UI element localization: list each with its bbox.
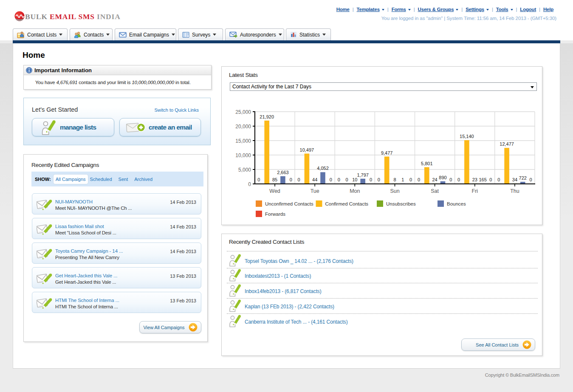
svg-text:0: 0 (290, 177, 292, 182)
svg-text:0: 0 (298, 177, 300, 182)
svg-text:5,801: 5,801 (421, 161, 433, 166)
svg-text:0: 0 (248, 181, 251, 187)
svg-text:85: 85 (272, 177, 277, 182)
svg-text:0: 0 (489, 177, 492, 182)
svg-text:15,000: 15,000 (235, 138, 251, 144)
svg-text:1,797: 1,797 (357, 172, 369, 178)
svg-text:15,140: 15,140 (460, 134, 474, 139)
svg-text:722: 722 (519, 175, 527, 180)
svg-text:12,477: 12,477 (500, 141, 514, 147)
svg-text:34: 34 (512, 177, 517, 182)
svg-text:0: 0 (497, 177, 500, 182)
svg-text:25,000: 25,000 (235, 109, 251, 115)
svg-text:Unconfirmed Contacts: Unconfirmed Contacts (265, 201, 313, 206)
svg-text:Mon: Mon (350, 188, 360, 194)
svg-text:Sat: Sat (431, 188, 439, 194)
svg-text:0: 0 (257, 177, 260, 182)
svg-text:0: 0 (449, 177, 452, 182)
svg-text:Forwards: Forwards (265, 212, 285, 217)
svg-text:Tue: Tue (310, 188, 319, 194)
svg-text:0: 0 (370, 177, 372, 182)
svg-text:BULK EMAIL SMS INDIA: BULK EMAIL SMS INDIA (25, 12, 121, 21)
svg-text:Bounces: Bounces (447, 201, 466, 206)
svg-text:165: 165 (479, 177, 486, 182)
svg-text:8: 8 (393, 177, 396, 182)
svg-text:0: 0 (418, 177, 420, 182)
svg-text:9,477: 9,477 (381, 150, 393, 155)
svg-text:0: 0 (338, 177, 340, 182)
svg-text:0: 0 (530, 177, 532, 182)
svg-text:21,920: 21,920 (260, 114, 274, 119)
svg-text:44: 44 (312, 177, 317, 182)
svg-text:23: 23 (472, 177, 477, 182)
svg-text:10,497: 10,497 (300, 147, 314, 152)
svg-text:Unsubscribes: Unsubscribes (386, 201, 416, 206)
svg-text:4,052: 4,052 (317, 166, 329, 171)
svg-text:0: 0 (330, 177, 332, 182)
svg-text:0: 0 (409, 177, 412, 182)
svg-text:24: 24 (432, 177, 437, 182)
svg-text:890: 890 (439, 175, 446, 180)
svg-text:1: 1 (401, 177, 404, 182)
svg-text:2,663: 2,663 (277, 170, 289, 175)
svg-text:Thu: Thu (510, 188, 519, 194)
svg-text:20,000: 20,000 (235, 124, 251, 130)
svg-text:Sun: Sun (390, 188, 399, 194)
svg-text:0: 0 (457, 177, 460, 182)
svg-text:0: 0 (378, 177, 380, 182)
svg-text:Confirmed Contacts: Confirmed Contacts (325, 201, 369, 206)
svg-text:10: 10 (352, 177, 357, 182)
svg-text:Fri: Fri (472, 188, 478, 194)
svg-text:5,000: 5,000 (238, 167, 251, 173)
svg-text:0: 0 (345, 177, 348, 182)
svg-text:10,000: 10,000 (235, 152, 251, 158)
svg-text:Wed: Wed (269, 188, 280, 194)
